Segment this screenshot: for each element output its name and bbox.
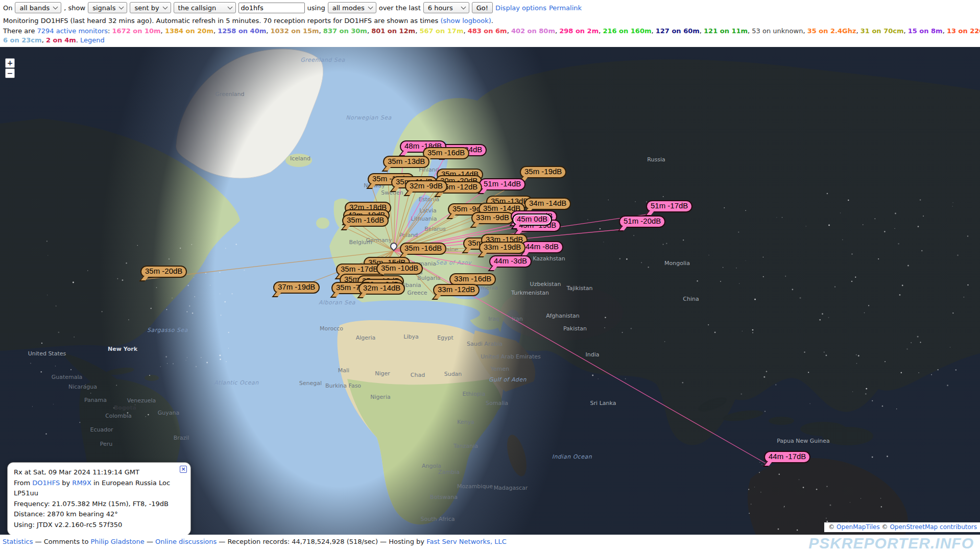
chevron-down-icon (53, 4, 58, 9)
mode-select[interactable]: all modes (328, 2, 376, 13)
reception-balloon[interactable]: 51m -20dB (619, 215, 665, 228)
monitor-count: 567 on 17m (419, 27, 463, 35)
chevron-down-icon (227, 4, 232, 9)
active-monitors-link[interactable]: 7294 active monitors (37, 27, 108, 35)
separator: . (76, 36, 80, 44)
zoom-in-button[interactable]: + (5, 58, 15, 68)
callsign-input[interactable] (238, 3, 305, 13)
using-label: using (307, 4, 325, 12)
monitors-line: There are 7294 active monitors: 1672 on … (0, 25, 980, 35)
separator: , (803, 27, 807, 35)
monitor-counts-line1: 1672 on 10m, 1384 on 20m, 1258 on 40m, 1… (112, 27, 980, 35)
monitors-line-2: 6 on 23cm, 2 on 4m. Legend (0, 35, 980, 44)
chevron-down-icon (162, 4, 168, 9)
tx-callsign-link[interactable]: DO1HFS (32, 479, 60, 487)
popup-rx-time: Rx at Sat, 09 Mar 2024 11:19:14 GMT (14, 467, 184, 478)
monitor-count: 1258 on 40m (218, 27, 266, 35)
reception-balloon[interactable]: 35m -16dB (400, 243, 446, 255)
reception-balloon[interactable]: 35m -16dB (423, 147, 469, 159)
openstreetmap-link[interactable]: OpenStreetMap contributors (890, 523, 977, 531)
separator: , (700, 27, 704, 35)
show-label: , show (64, 4, 85, 12)
zoom-out-button[interactable]: − (5, 68, 15, 78)
footer: Statistics — Comments to Philip Gladston… (0, 535, 980, 551)
popup-from-line: From DO1HFS by RM9X in European Russia L… (14, 478, 184, 499)
separator: , (856, 27, 861, 35)
separator: , (213, 27, 218, 35)
separator: , (161, 27, 165, 35)
openmaptiles-link[interactable]: OpenMapTiles (836, 523, 880, 531)
reception-balloon[interactable]: 34m -14dB (524, 198, 571, 210)
show-logbook-link[interactable]: (show logbook) (440, 17, 491, 25)
monitor-count: 1032 on 15m (271, 27, 319, 35)
separator: , (42, 36, 46, 44)
go-button[interactable]: Go! (472, 2, 493, 13)
display-options-link[interactable]: Display options (495, 4, 546, 12)
monitor-count: 35 on 2.4Ghz (807, 27, 856, 35)
reception-balloon[interactable]: 33m -12dB (433, 284, 480, 296)
reception-balloon[interactable]: 51m -14dB (479, 178, 525, 190)
query-toolbar: On all bands , show signals sent by the … (0, 0, 980, 13)
band-select[interactable]: all bands (15, 2, 61, 13)
monitor-count: 216 on 160m (603, 27, 651, 35)
monitor-count: 1384 on 20m (165, 27, 213, 35)
reception-balloon[interactable]: 35m -13dB (383, 156, 429, 168)
monitor-count: 2 on 4m (46, 36, 76, 44)
map-attribution: © OpenMapTiles © OpenStreetMap contribut… (824, 522, 980, 532)
separator: , (463, 27, 467, 35)
footer-links: Statistics — Comments to Philip Gladston… (3, 538, 507, 545)
monitor-count: 31 on 70cm (861, 27, 904, 35)
reception-balloon[interactable]: 44m -3dB (489, 255, 532, 268)
monitor-count: 127 on 60m (656, 27, 700, 35)
over-last-label: over the last (379, 4, 421, 12)
separator: , (367, 27, 371, 35)
close-icon[interactable]: × (180, 466, 187, 473)
permalink-link[interactable]: Permalink (549, 4, 582, 12)
reception-balloon[interactable]: 44m -8dB (521, 241, 563, 253)
popup-distance: Distance: 2870 km bearing 42° (14, 509, 184, 520)
monitor-count: 13 on 2200m (947, 27, 980, 35)
world-map[interactable]: Greenland SeaNorwegian SeaGreenlandIcela… (0, 47, 980, 535)
callsign-kind-select[interactable]: the callsign (174, 2, 236, 13)
reception-balloon[interactable]: 33m -19dB (479, 242, 525, 254)
online-discussions-link[interactable]: Online discussions (155, 538, 217, 545)
philip-gladstone-link[interactable]: Philip Gladstone (90, 538, 144, 545)
monitor-count: 53 on unknown (752, 27, 803, 35)
map-base-layer (0, 47, 980, 535)
separator: , (943, 27, 947, 35)
reception-balloon[interactable]: 37m -19dB (273, 281, 320, 294)
separator: , (903, 27, 907, 35)
reception-balloon[interactable]: 35m -10dB (376, 262, 423, 275)
reception-report-popup: × Rx at Sat, 09 Mar 2024 11:19:14 GMT Fr… (7, 462, 191, 535)
what-select[interactable]: signals (88, 2, 127, 13)
statistics-link[interactable]: Statistics (3, 538, 33, 545)
reception-balloon[interactable]: 32m -14dB (358, 282, 405, 295)
chevron-down-icon (461, 4, 466, 9)
reception-balloon[interactable]: 35m -16dB (342, 214, 389, 227)
monitor-count: 298 on 2m (559, 27, 599, 35)
pskreporter-watermark: PSKREPORTER.INFO (808, 535, 974, 551)
reception-balloon[interactable]: 44m -17dB (764, 451, 810, 463)
rx-callsign-link[interactable]: RM9X (72, 479, 91, 487)
monitor-count: 837 on 30m (323, 27, 367, 35)
chevron-down-icon (368, 4, 373, 9)
legend-link[interactable]: Legend (80, 36, 105, 44)
monitor-count: 801 on 12m (371, 27, 415, 35)
period-select[interactable]: 6 hours (423, 2, 469, 13)
monitor-count: 6 on 23cm (3, 36, 42, 44)
reception-records-count: Reception records: 44,718,524,928 (518/s… (228, 538, 378, 545)
monitor-count: 15 on 8m (908, 27, 943, 35)
on-label: On (3, 4, 12, 12)
reception-balloon[interactable]: 51m -17dB (646, 200, 692, 212)
separator: , (319, 27, 323, 35)
reception-balloon[interactable]: 32m -9dB (405, 180, 447, 193)
direction-select[interactable]: sent by (130, 2, 171, 13)
reception-balloon[interactable]: 45m 0dB (512, 213, 552, 226)
reception-balloon[interactable]: 35m -19dB (520, 166, 566, 178)
chevron-down-icon (119, 4, 124, 9)
reception-balloon[interactable]: 35m -20dB (140, 266, 187, 278)
hosting-provider-link[interactable]: Fast Serv Networks, LLC (426, 538, 507, 545)
reception-balloon[interactable]: 33m -9dB (471, 212, 514, 224)
monitor-count: 483 on 6m (468, 27, 507, 35)
separator: , (266, 27, 270, 35)
